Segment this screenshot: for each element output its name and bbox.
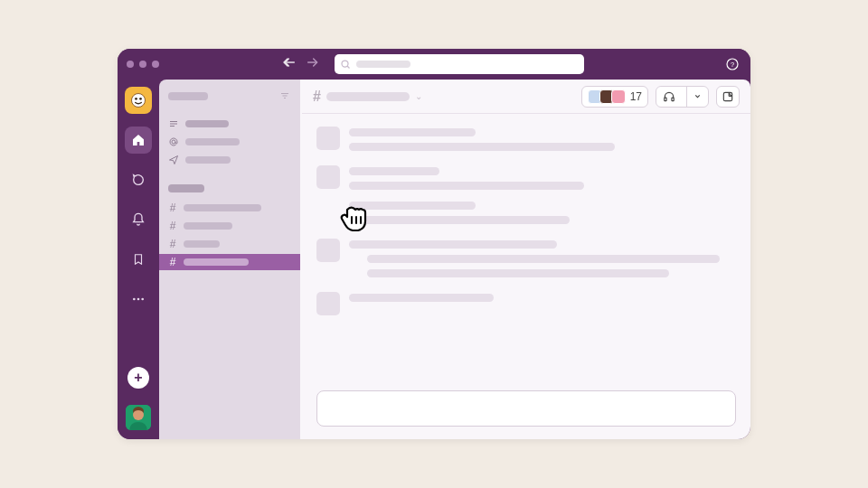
channel-title[interactable]: # ⌄ bbox=[313, 89, 422, 105]
workspace-name[interactable] bbox=[168, 92, 208, 100]
minimize-dot[interactable] bbox=[139, 61, 146, 68]
message[interactable] bbox=[316, 127, 736, 151]
message-list[interactable] bbox=[302, 114, 750, 383]
mentions-icon bbox=[168, 136, 179, 147]
svg-point-13 bbox=[141, 298, 144, 301]
svg-point-8 bbox=[135, 98, 137, 100]
search-input[interactable] bbox=[335, 54, 584, 74]
channel-sidebar: # # # # bbox=[159, 80, 300, 439]
send-icon bbox=[168, 155, 179, 165]
channels-heading[interactable] bbox=[168, 184, 204, 192]
threads-icon bbox=[168, 118, 179, 129]
message[interactable] bbox=[316, 292, 736, 315]
sidebar-item-label bbox=[185, 120, 229, 127]
channel-item[interactable]: # bbox=[159, 200, 300, 216]
channel-item-selected[interactable]: # bbox=[159, 254, 300, 270]
svg-point-11 bbox=[133, 298, 136, 301]
message-composer[interactable] bbox=[316, 390, 736, 427]
svg-point-12 bbox=[137, 298, 140, 301]
home-tab[interactable] bbox=[125, 127, 152, 154]
canvas-icon bbox=[722, 90, 734, 103]
sidebar-item-mentions[interactable] bbox=[168, 134, 291, 150]
avatar bbox=[316, 239, 340, 262]
channel-label bbox=[184, 258, 249, 266]
hash-icon: # bbox=[168, 238, 177, 250]
message[interactable] bbox=[316, 239, 736, 277]
hash-icon: # bbox=[168, 220, 177, 232]
user-avatar[interactable] bbox=[126, 405, 151, 430]
sidebar-item-label bbox=[185, 156, 231, 164]
bell-icon bbox=[131, 212, 146, 227]
message[interactable] bbox=[316, 165, 736, 224]
channel-item[interactable]: # bbox=[159, 236, 300, 252]
window-controls[interactable] bbox=[127, 61, 165, 68]
channel-label bbox=[184, 204, 261, 211]
more-tab[interactable] bbox=[125, 286, 152, 313]
chevron-down-icon: ⌄ bbox=[415, 91, 422, 101]
svg-rect-24 bbox=[672, 98, 674, 101]
canvas-button[interactable] bbox=[716, 86, 740, 108]
dms-tab[interactable] bbox=[125, 166, 152, 193]
titlebar: ? bbox=[118, 49, 750, 80]
sidebar-item-drafts[interactable] bbox=[168, 152, 291, 168]
svg-text:?: ? bbox=[731, 61, 734, 69]
svg-point-3 bbox=[342, 61, 348, 67]
channel-label bbox=[184, 222, 232, 230]
workspace-switcher[interactable] bbox=[125, 87, 152, 114]
members-count: 17 bbox=[630, 90, 642, 103]
avatar bbox=[316, 292, 340, 315]
plus-icon: + bbox=[134, 370, 142, 386]
avatar bbox=[316, 127, 340, 150]
channel-header: # ⌄ 17 bbox=[302, 80, 750, 114]
close-dot[interactable] bbox=[127, 61, 134, 68]
huddle-button[interactable] bbox=[656, 86, 709, 108]
avatar bbox=[316, 165, 340, 189]
chevron-down-icon bbox=[693, 92, 702, 100]
back-button[interactable] bbox=[278, 55, 297, 73]
forward-button[interactable] bbox=[306, 55, 320, 73]
sidebar-item-label bbox=[185, 138, 240, 145]
later-tab[interactable] bbox=[125, 246, 152, 273]
workspace-rail: + bbox=[118, 80, 159, 439]
home-icon bbox=[131, 133, 146, 147]
zoom-dot[interactable] bbox=[152, 61, 159, 68]
filter-icon[interactable] bbox=[278, 90, 291, 101]
chat-icon bbox=[131, 173, 146, 187]
svg-rect-23 bbox=[665, 98, 666, 101]
svg-point-9 bbox=[139, 98, 142, 100]
svg-line-4 bbox=[347, 66, 350, 69]
app-window: ? + bbox=[118, 49, 750, 439]
svg-point-22 bbox=[172, 140, 175, 144]
channel-label bbox=[184, 240, 220, 248]
hash-icon: # bbox=[168, 256, 177, 268]
channel-item[interactable]: # bbox=[159, 218, 300, 234]
compose-button[interactable]: + bbox=[127, 367, 149, 389]
help-button[interactable]: ? bbox=[723, 55, 741, 73]
main-panel: # ⌄ 17 bbox=[300, 80, 750, 439]
hash-icon: # bbox=[168, 202, 177, 214]
members-button[interactable]: 17 bbox=[581, 86, 648, 108]
activity-tab[interactable] bbox=[125, 206, 152, 233]
headphones-icon bbox=[663, 90, 675, 103]
sidebar-item-threads[interactable] bbox=[168, 116, 291, 132]
search-placeholder bbox=[356, 61, 410, 68]
bookmark-icon bbox=[132, 252, 145, 267]
search-icon bbox=[340, 59, 351, 70]
more-icon bbox=[131, 292, 146, 306]
member-avatars bbox=[588, 89, 626, 104]
hash-icon: # bbox=[313, 89, 321, 105]
channel-name bbox=[326, 92, 410, 101]
